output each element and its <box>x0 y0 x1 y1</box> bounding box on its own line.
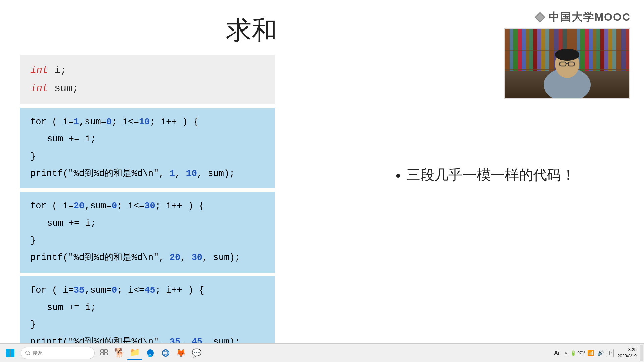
cb1-line3: } <box>30 148 265 165</box>
svg-rect-12 <box>10 353 14 357</box>
svg-rect-18 <box>104 353 107 355</box>
code-column: int i; int sum; for ( i=1,sum=0; i<=10; … <box>20 55 275 360</box>
taskbar: 🐕 📁 🦊 💬 Ai ∧ 🔋 97% 📶 🔊 中 <box>0 343 644 362</box>
task-view-button[interactable] <box>97 346 111 360</box>
svg-rect-10 <box>10 349 14 353</box>
cb1-line2: sum += i; <box>30 131 265 148</box>
tray-keyboard-icon[interactable]: 中 <box>606 349 614 357</box>
show-desktop-button[interactable] <box>640 345 643 361</box>
system-clock[interactable]: 3:25 2023/8/19 <box>614 347 639 359</box>
svg-rect-17 <box>101 353 104 355</box>
cb2-line4: printf("%d到%d的和是%d\n", 20, 30, sum); <box>30 249 265 266</box>
svg-rect-16 <box>104 350 107 352</box>
taskbar-app-ie[interactable] <box>158 346 173 360</box>
bullet-text: 三段几乎一模一样的代码！ <box>406 164 575 185</box>
svg-line-14 <box>29 354 30 355</box>
cb3-line2: sum += i; <box>30 299 265 316</box>
decl-line-2: int sum; <box>30 79 265 98</box>
search-icon <box>25 350 31 356</box>
tray-battery-icon: 🔋 <box>570 350 577 356</box>
taskbar-app-dog[interactable]: 🐕 <box>112 346 127 360</box>
cb3-line3: } <box>30 316 265 334</box>
tray-network-icon[interactable]: 📶 <box>586 349 595 357</box>
mooc-logo: 中国大学MOOC <box>534 10 631 25</box>
bullet-dot: • <box>396 165 401 186</box>
decl-line-1: int i; <box>30 61 265 79</box>
content-area: int i; int sum; for ( i=1,sum=0; i<=10; … <box>20 55 624 360</box>
clock-time: 3:25 <box>628 347 637 353</box>
mooc-logo-icon <box>534 11 546 23</box>
code-block-2: for ( i=20,sum=0; i<=30; i++ ) { sum += … <box>20 192 275 273</box>
cb1-line4: printf("%d到%d的和是%d\n", 1, 10, sum); <box>30 165 265 182</box>
task-view-icon <box>100 349 108 357</box>
windows-icon <box>5 348 15 358</box>
svg-rect-9 <box>6 349 10 353</box>
code-block-1: for ( i=1,sum=0; i<=10; i++ ) { sum += i… <box>20 108 275 188</box>
slide-area: 中国大学MOOC 求和 int i; int sum; for ( i=1,s <box>0 0 644 288</box>
mooc-logo-text: 中国大学MOOC <box>549 10 631 25</box>
cb2-line1: for ( i=20,sum=0; i<=30; i++ ) { <box>30 198 265 215</box>
person-silhouette <box>534 38 601 98</box>
search-bar[interactable] <box>21 347 95 359</box>
video-thumbnail <box>504 28 630 99</box>
cb2-line2: sum += i; <box>30 215 265 232</box>
svg-point-13 <box>26 351 29 354</box>
search-input[interactable] <box>33 350 86 356</box>
svg-rect-15 <box>101 350 104 352</box>
cb3-line1: for ( i=35,sum=0; i<=45; i++ ) { <box>30 282 265 299</box>
clock-date: 2023/8/19 <box>617 353 637 359</box>
taskbar-app-firefox[interactable]: 🦊 <box>174 346 189 360</box>
declaration-block: int i; int sum; <box>20 55 275 104</box>
bullet-item-1: • 三段几乎一模一样的代码！ <box>396 164 624 186</box>
taskbar-app-explorer[interactable]: 📁 <box>127 346 142 360</box>
tray-speaker-icon[interactable]: 🔊 <box>596 349 605 357</box>
svg-rect-11 <box>6 353 10 357</box>
ie-icon <box>161 349 170 357</box>
taskbar-app-wechat[interactable]: 💬 <box>189 346 204 360</box>
ai-label[interactable]: Ai <box>551 350 562 356</box>
cb1-line1: for ( i=1,sum=0; i<=10; i++ ) { <box>30 114 265 131</box>
tray-chevron[interactable]: ∧ <box>563 350 569 356</box>
svg-point-5 <box>555 49 579 61</box>
start-button[interactable] <box>1 345 19 361</box>
bullet-area: • 三段几乎一模一样的代码！ <box>396 164 624 186</box>
edge-icon <box>146 349 155 357</box>
svg-marker-1 <box>536 13 544 21</box>
taskbar-app-edge[interactable] <box>143 346 158 360</box>
tray-battery-text: 97% <box>577 351 585 355</box>
cb2-line3: } <box>30 232 265 249</box>
